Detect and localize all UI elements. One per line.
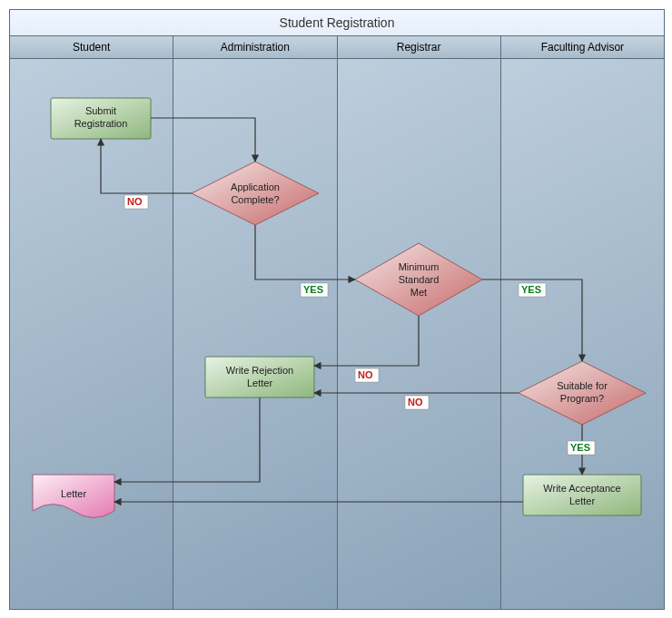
lane-body bbox=[338, 59, 500, 609]
lane-body bbox=[10, 59, 173, 609]
lane-header: Administration bbox=[173, 36, 336, 59]
lanes-container: Student Administration Registrar Faculti… bbox=[10, 36, 664, 609]
lane-header: Student bbox=[10, 36, 173, 59]
lane-student: Student bbox=[10, 36, 173, 609]
lane-header: Faculting Advisor bbox=[501, 36, 664, 59]
lane-registrar: Registrar bbox=[338, 36, 501, 609]
lane-faculting-advisor: Faculting Advisor bbox=[501, 36, 664, 609]
lane-body bbox=[501, 59, 664, 609]
lane-header: Registrar bbox=[338, 36, 500, 59]
swimlane-diagram: Student Registration Student Administrat… bbox=[9, 9, 665, 610]
lane-body bbox=[173, 59, 336, 609]
lane-administration: Administration bbox=[173, 36, 337, 609]
diagram-title: Student Registration bbox=[10, 10, 664, 36]
